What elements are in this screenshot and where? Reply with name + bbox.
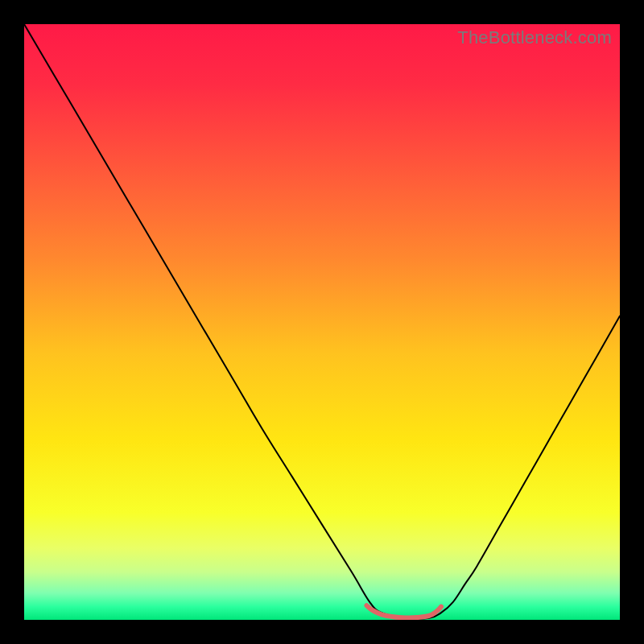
plot-area: TheBottleneck.com bbox=[24, 24, 620, 620]
curve-layer bbox=[24, 24, 620, 620]
chart-frame: TheBottleneck.com bbox=[0, 0, 644, 644]
sweet-spot-band bbox=[367, 605, 442, 617]
bottleneck-curve bbox=[24, 24, 620, 619]
watermark-text: TheBottleneck.com bbox=[457, 27, 612, 48]
